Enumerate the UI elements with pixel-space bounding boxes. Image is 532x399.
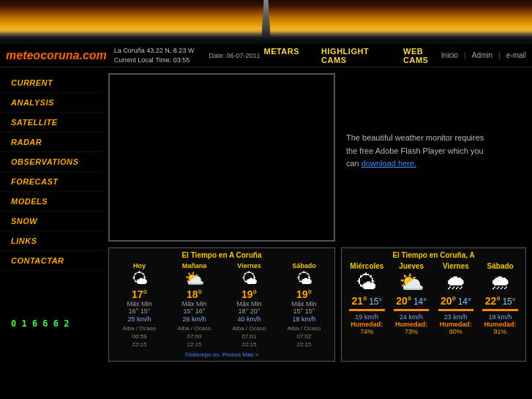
sidebar: CURRENT ANALYSIS SATELLITE RADAR OBSERVA… bbox=[0, 67, 102, 368]
weather-day-jueves: Jueves ⛅ 20° 14° 24 km/h Humedad: 73% bbox=[389, 262, 434, 335]
visit-counter: 0 1 6 6 6 2 bbox=[0, 315, 102, 332]
sidebar-item-snow[interactable]: SNOW bbox=[0, 212, 102, 231]
wind-bar-1 bbox=[394, 309, 430, 311]
min-label3: Máx Min bbox=[236, 300, 261, 307]
flash-message: The beautiful weather monitor requires t… bbox=[346, 73, 492, 171]
wind-bar-0 bbox=[349, 309, 385, 311]
sidebar-item-models[interactable]: MODELS bbox=[0, 192, 102, 212]
sidebar-item-contactar[interactable]: CONTACTAR bbox=[0, 251, 102, 271]
weather-large-widget: El Tiempo en Coruña, A Miércoles 🌤 21° 1… bbox=[341, 247, 526, 362]
sidebar-item-forecast[interactable]: FORECAST bbox=[0, 172, 102, 192]
weather-day-hoy: Hoy 🌤 17° Máx Min 16° 15° 25 km/h Alba /… bbox=[114, 262, 165, 349]
weather-small-widget: El Tiempo en A Coruña Hoy 🌤 17° Máx Min … bbox=[108, 247, 335, 362]
sidebar-item-observations[interactable]: OBSERVATIONS bbox=[0, 152, 102, 172]
sidebar-item-links[interactable]: LINKS bbox=[0, 231, 102, 251]
weather-day-viernes-large: Viernes 🌧 20° 14° 23 km/h Humedad: 90% bbox=[434, 262, 479, 335]
top-content: The beautiful weather monitor requires t… bbox=[108, 73, 526, 242]
min-label2: Máx Min bbox=[181, 300, 206, 307]
flash-download-link[interactable]: download here. bbox=[361, 159, 416, 168]
flash-player-box bbox=[108, 73, 335, 242]
location-line1: La Coruña 43.22 N, 8.23 W bbox=[114, 46, 195, 56]
weather-day-sabado-large: Sábado 🌧 22° 15° 19 km/h Humedad: 91% bbox=[478, 262, 522, 335]
bottom-panels: El Tiempo en A Coruña Hoy 🌤 17° Máx Min … bbox=[108, 247, 526, 362]
weather-small-days: Hoy 🌤 17° Máx Min 16° 15° 25 km/h Alba /… bbox=[112, 262, 331, 349]
nav-email[interactable]: e-mail bbox=[506, 51, 526, 59]
nav-web-cams[interactable]: WEB CAMS bbox=[403, 47, 441, 64]
sidebar-item-radar[interactable]: RADAR bbox=[0, 133, 102, 152]
nav-metars[interactable]: METARS bbox=[263, 47, 299, 64]
weather-small-title: El Tiempo en A Coruña bbox=[112, 251, 331, 259]
site-logo[interactable]: meteocoruna.com bbox=[6, 49, 107, 62]
weather-day-miercoles: Miércoles 🌤 21° 15° 19 km/h Humedad: 74% bbox=[345, 262, 389, 335]
weather-day-sabado-small: Sábado 🌤 19° Máx Min 15° 15° 18 km/h Alb… bbox=[279, 262, 330, 349]
nav-links: METARS HIGHLIGHT CAMS WEB CAMS bbox=[263, 47, 441, 64]
main: CURRENT ANALYSIS SATELLITE RADAR OBSERVA… bbox=[0, 67, 532, 368]
sidebar-item-analysis[interactable]: ANALYSIS bbox=[0, 93, 102, 113]
content-area: The beautiful weather monitor requires t… bbox=[102, 67, 532, 368]
nav-inicio[interactable]: Inicio bbox=[441, 51, 458, 59]
min-label: Máx Min bbox=[127, 300, 151, 307]
navbar: meteocoruna.com La Coruña 43.22 N, 8.23 … bbox=[0, 44, 532, 67]
location-info: La Coruña 43.22 N, 8.23 W Current Local … bbox=[114, 46, 195, 64]
header-banner bbox=[0, 0, 532, 44]
nav-highlight-cams[interactable]: HIGHLIGHT CAMS bbox=[321, 47, 381, 64]
local-time: Current Local Time: 03:55 bbox=[114, 56, 195, 65]
nav-right: Inicio | Admin | e-mail bbox=[441, 51, 526, 59]
sidebar-item-satellite[interactable]: SATELLITE bbox=[0, 113, 102, 133]
date-label: Date: 06-07-2011 bbox=[209, 52, 260, 59]
nav-admin[interactable]: Admin bbox=[472, 51, 492, 59]
wind-bar-3 bbox=[482, 309, 518, 311]
weather-large-days: Miércoles 🌤 21° 15° 19 km/h Humedad: 74%… bbox=[345, 262, 522, 335]
min-label4: Máx Min bbox=[291, 300, 316, 307]
forecast-link[interactable]: ©eltiempo.es. Pronos Más » bbox=[112, 351, 331, 358]
weather-large-title: El Tiempo en Coruña, A bbox=[345, 251, 522, 259]
wind-bar-2 bbox=[438, 309, 474, 311]
weather-day-viernes-small: Viernes 🌤 19° Máx Min 18° 20° 40 km/h Al… bbox=[224, 262, 275, 349]
weather-day-manana: Mañana ⛅ 18° Máx Min 15° 16° 26 km/h Alb… bbox=[169, 262, 220, 349]
sidebar-item-current[interactable]: CURRENT bbox=[0, 73, 102, 93]
